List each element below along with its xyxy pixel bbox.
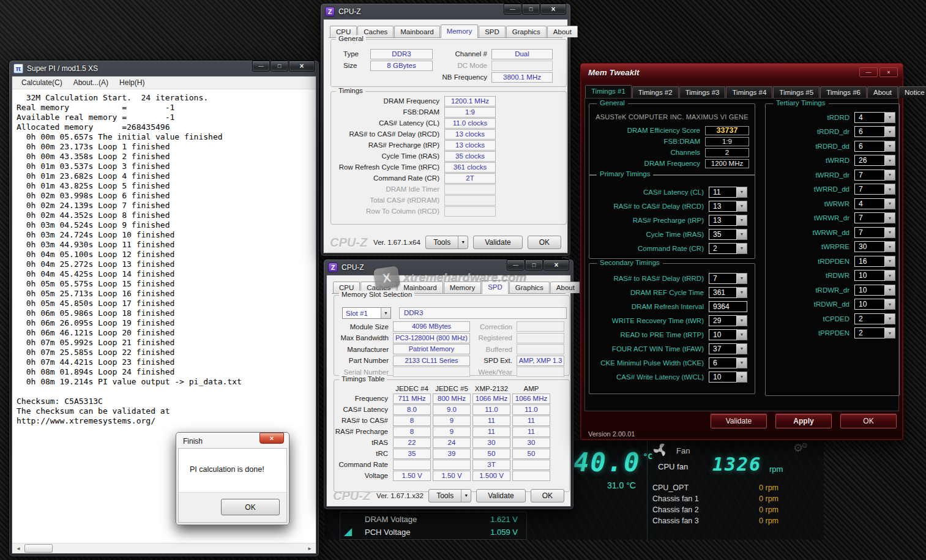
scroll-thumb[interactable]: [24, 544, 53, 553]
validate-button[interactable]: Validate: [711, 414, 767, 428]
slot-select[interactable]: Slot #1 ▼: [342, 307, 391, 319]
tab[interactable]: Timings #4: [726, 86, 772, 98]
timing-value[interactable]: 7: [854, 170, 885, 181]
chevron-down-icon[interactable]: ▼: [885, 212, 895, 223]
tab[interactable]: Memory: [441, 24, 479, 38]
apply-button[interactable]: Apply: [775, 414, 832, 428]
chevron-down-icon[interactable]: ▼: [737, 201, 747, 212]
timing-value[interactable]: 6: [854, 126, 885, 137]
gear-icon-small[interactable]: ⚙: [801, 441, 808, 450]
timing-value[interactable]: 35: [709, 229, 737, 240]
close-button[interactable]: ×: [289, 61, 315, 72]
chevron-down-icon[interactable]: ▼: [737, 215, 747, 226]
tab[interactable]: Timings #2: [632, 86, 679, 98]
chevron-down-icon[interactable]: ▼: [885, 227, 895, 238]
chevron-down-icon[interactable]: ▼: [737, 243, 747, 254]
timing-value[interactable]: 13: [709, 215, 737, 226]
tab[interactable]: Timings #3: [679, 86, 726, 98]
dialog-titlebar[interactable]: Finish ×: [178, 435, 287, 448]
memtweakit-titlebar[interactable]: Mem TweakIt — ×: [581, 64, 903, 81]
tab[interactable]: Timings #1: [585, 85, 632, 99]
chevron-down-icon[interactable]: ▼: [737, 229, 747, 240]
chevron-down-icon[interactable]: ▼: [885, 170, 895, 181]
timing-value[interactable]: 29: [709, 315, 737, 326]
tools-button[interactable]: Tools▼: [425, 236, 468, 249]
tab[interactable]: About: [547, 26, 578, 37]
timing-value[interactable]: 10: [709, 371, 737, 383]
chevron-down-icon[interactable]: ▼: [885, 270, 895, 281]
chevron-down-icon[interactable]: ▼: [737, 273, 747, 284]
timing-value[interactable]: 7: [854, 212, 885, 223]
chevron-down-icon[interactable]: ▼: [885, 184, 895, 195]
tools-dropdown-arrow[interactable]: ▼: [461, 490, 471, 502]
chevron-down-icon[interactable]: ▼: [737, 371, 747, 383]
maximize-button[interactable]: □: [525, 259, 543, 271]
chevron-down-icon[interactable]: ▼: [381, 308, 390, 318]
timing-value[interactable]: 7: [854, 184, 885, 195]
timing-value[interactable]: 9364: [709, 301, 747, 312]
tools-dropdown-arrow[interactable]: ▼: [458, 236, 468, 248]
close-button[interactable]: ×: [543, 259, 569, 271]
ok-button[interactable]: OK: [528, 236, 561, 249]
chevron-down-icon[interactable]: ▼: [885, 141, 895, 152]
chevron-down-icon[interactable]: ▼: [737, 287, 747, 298]
chevron-down-icon[interactable]: ▼: [737, 187, 747, 198]
timing-value[interactable]: 10: [854, 285, 885, 296]
timing-value[interactable]: 10: [854, 270, 885, 281]
validate-button[interactable]: Validate: [476, 489, 525, 502]
tab[interactable]: SPD: [479, 26, 506, 37]
timing-value[interactable]: 37: [709, 343, 737, 354]
timing-value[interactable]: 4: [854, 198, 885, 209]
tab[interactable]: Mainboard: [394, 26, 439, 37]
timing-value[interactable]: 7: [854, 227, 885, 238]
ok-button[interactable]: OK: [531, 489, 564, 502]
timing-value[interactable]: 30: [854, 241, 885, 252]
timing-value[interactable]: 2: [854, 313, 885, 324]
chevron-down-icon[interactable]: ▼: [885, 299, 895, 310]
timing-value[interactable]: 11: [709, 187, 737, 198]
tools-button[interactable]: Tools▼: [428, 489, 471, 502]
timing-value[interactable]: 13: [709, 201, 737, 212]
close-button[interactable]: ×: [260, 433, 284, 444]
settings-gears[interactable]: ⚙⚙: [793, 441, 808, 455]
timing-value[interactable]: 4: [854, 112, 885, 123]
timing-value[interactable]: 2: [709, 243, 737, 254]
maximize-button[interactable]: □: [271, 61, 288, 72]
chevron-down-icon[interactable]: ▼: [885, 155, 895, 166]
scroll-left-arrow[interactable]: ◄: [13, 543, 23, 553]
tab[interactable]: Timings #6: [820, 86, 867, 98]
timing-value[interactable]: 7: [709, 273, 737, 284]
chevron-down-icon[interactable]: ▼: [885, 285, 895, 296]
cpuz-titlebar[interactable]: Z CPU-Z — □ ×: [323, 4, 568, 19]
timing-value[interactable]: 6: [709, 357, 737, 368]
minimize-button[interactable]: —: [504, 4, 521, 15]
chevron-down-icon[interactable]: ▼: [885, 112, 895, 123]
close-button[interactable]: ×: [540, 4, 566, 15]
tab[interactable]: Graphics: [506, 26, 547, 37]
chevron-down-icon[interactable]: ▼: [737, 315, 747, 326]
minimize-button[interactable]: —: [859, 67, 878, 77]
timing-value[interactable]: 6: [854, 141, 885, 152]
ok-button[interactable]: OK: [840, 414, 897, 428]
menu-item[interactable]: Help(H): [114, 78, 150, 87]
chevron-down-icon[interactable]: ▼: [885, 313, 895, 324]
horizontal-scrollbar[interactable]: ◄ ►: [12, 543, 316, 553]
chevron-down-icon[interactable]: ▼: [885, 198, 895, 209]
timing-value[interactable]: 16: [854, 256, 885, 267]
superpi-titlebar[interactable]: π Super PI / mod1.5 XS — □ ×: [12, 61, 316, 76]
timing-value[interactable]: 10: [854, 299, 885, 310]
ok-button[interactable]: OK: [221, 499, 280, 515]
tab[interactable]: Notice: [898, 86, 926, 98]
chevron-down-icon[interactable]: ▼: [885, 327, 895, 338]
chevron-down-icon[interactable]: ▼: [737, 357, 747, 368]
menu-item[interactable]: Calculate(C): [16, 78, 68, 87]
tab[interactable]: Timings #5: [773, 86, 820, 98]
validate-button[interactable]: Validate: [473, 236, 522, 249]
timing-value[interactable]: 10: [709, 329, 737, 340]
maximize-button[interactable]: □: [522, 4, 540, 15]
tab[interactable]: About: [550, 282, 581, 293]
chevron-down-icon[interactable]: ▼: [737, 343, 747, 354]
chevron-down-icon[interactable]: ▼: [737, 329, 747, 340]
chevron-down-icon[interactable]: ▼: [885, 126, 895, 137]
timing-value[interactable]: 2: [854, 327, 885, 338]
